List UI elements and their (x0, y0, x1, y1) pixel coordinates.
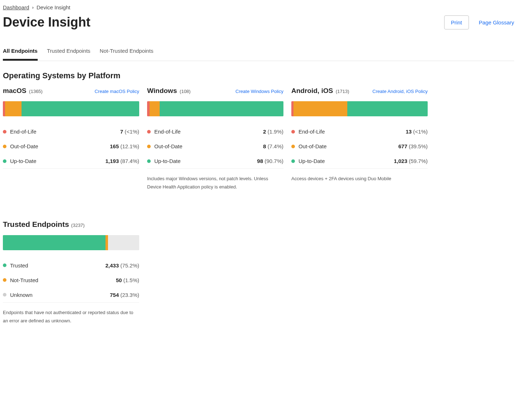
tab-all-endpoints[interactable]: All Endpoints (3, 44, 38, 61)
os-windows-bar-seg-green (160, 101, 283, 116)
os-card-count: (108) (178, 89, 191, 94)
legend-label: Out-of-Date (147, 143, 182, 149)
legend-value: 165 (12.1%) (110, 143, 139, 149)
os-android-ios-bar-seg-orange (293, 101, 347, 116)
create-policy-link-macos[interactable]: Create macOS Policy (95, 89, 139, 94)
legend-label: Up-to-Date (3, 158, 36, 164)
legend-value: 8 (7.4%) (263, 143, 283, 149)
legend-label: Unknown (3, 292, 33, 298)
print-button[interactable]: Print (444, 15, 469, 29)
legend-value-pct: (39.5%) (407, 143, 428, 149)
trusted-legend-row: Trusted2,433 (75.2%) (3, 258, 139, 273)
trusted-endpoints-count: (3237) (71, 223, 85, 228)
legend-value-number: 677 (398, 143, 407, 149)
legend-label-text: End-of-Life (154, 129, 180, 135)
os-macos-legend-row: Up-to-Date1,193 (87.4%) (3, 154, 139, 168)
os-android-ios-legend-row: End-of-Life13 (<1%) (291, 124, 428, 139)
legend-label: End-of-Life (3, 129, 36, 135)
section-os-title: Operating Systems by Platform (3, 71, 514, 80)
tabs: All Endpoints Trusted Endpoints Not-Trus… (3, 44, 514, 61)
os-card-windows: Windows (108)Create Windows PolicyEnd-of… (147, 87, 283, 191)
trusted-bar-seg-orange (105, 235, 108, 250)
trusted-note: Endpoints that have not authenticated or… (3, 308, 139, 325)
legend-value-number: 2,433 (105, 262, 119, 269)
page-header: Device Insight Print Page Glossary (3, 15, 514, 30)
trusted-legend-row: Unknown754 (23.3%) (3, 288, 139, 302)
legend-label-text: Out-of-Date (299, 143, 326, 149)
legend-dot-icon (3, 159, 6, 163)
legend-dot-icon (291, 130, 295, 134)
tab-not-trusted-endpoints[interactable]: Not-Trusted Endpoints (100, 44, 154, 61)
os-macos-bar-seg-orange (5, 101, 22, 116)
legend-label-text: Trusted (10, 262, 28, 269)
legend-label: End-of-Life (291, 129, 325, 135)
legend-dot-icon (147, 159, 151, 163)
legend-label-text: Out-of-Date (154, 143, 182, 149)
create-policy-link-android-ios[interactable]: Create Android, iOS Policy (372, 89, 428, 94)
os-card-title: macOS (3, 87, 26, 94)
os-card-title-wrap: Android, iOS (1713) (291, 87, 349, 95)
trusted-endpoints-section: Trusted Endpoints (3237) Trusted2,433 (7… (3, 220, 514, 325)
tab-trusted-endpoints[interactable]: Trusted Endpoints (47, 44, 90, 61)
legend-value: 1,023 (59.7%) (394, 158, 428, 164)
os-macos-legend-row: End-of-Life7 (<1%) (3, 124, 139, 139)
os-android-ios-legend-row: Up-to-Date1,023 (59.7%) (291, 154, 428, 168)
legend-label: Up-to-Date (147, 158, 180, 164)
os-windows-legend-row: Out-of-Date8 (7.4%) (147, 139, 283, 154)
os-cards-row: macOS (1365)Create macOS PolicyEnd-of-Li… (3, 87, 514, 191)
trusted-bar-seg-green (3, 235, 105, 250)
legend-dot-icon (147, 130, 151, 134)
legend-label-text: Out-of-Date (10, 143, 38, 149)
os-card-head: Android, iOS (1713)Create Android, iOS P… (291, 87, 428, 95)
legend-label: Not-Trusted (3, 277, 38, 283)
os-android-ios-legend: End-of-Life13 (<1%)Out-of-Date677 (39.5%… (291, 124, 428, 169)
os-macos-bar-seg-green (22, 101, 139, 116)
legend-dot-icon (3, 293, 6, 297)
os-macos-legend: End-of-Life7 (<1%)Out-of-Date165 (12.1%)… (3, 124, 139, 169)
os-card-android-ios: Android, iOS (1713)Create Android, iOS P… (291, 87, 428, 191)
legend-dot-icon (3, 130, 6, 134)
legend-value-pct: (87.4%) (119, 158, 139, 164)
os-macos-bar (3, 101, 139, 116)
legend-dot-icon (291, 159, 295, 163)
legend-value-pct: (1.5%) (122, 277, 139, 283)
trusted-bar-seg-grey (108, 235, 139, 250)
legend-value: 13 (<1%) (406, 129, 428, 135)
legend-dot-icon (147, 145, 151, 148)
legend-value-number: 165 (110, 143, 119, 149)
os-card-note: Includes major Windows versions, not pat… (147, 174, 283, 191)
legend-value: 677 (39.5%) (398, 143, 428, 149)
legend-label-text: End-of-Life (299, 129, 325, 135)
os-windows-bar-seg-red (147, 101, 150, 116)
legend-value: 7 (<1%) (120, 129, 139, 135)
page-title: Device Insight (3, 15, 90, 30)
legend-label-text: End-of-Life (10, 129, 36, 135)
breadcrumb-root[interactable]: Dashboard (3, 4, 29, 10)
legend-value-pct: (23.3%) (119, 292, 139, 298)
page-glossary-link[interactable]: Page Glossary (479, 19, 514, 25)
legend-label: Up-to-Date (291, 158, 325, 164)
os-android-ios-legend-row: Out-of-Date677 (39.5%) (291, 139, 428, 154)
create-policy-link-windows[interactable]: Create Windows Policy (235, 89, 283, 94)
legend-dot-icon (3, 145, 6, 148)
legend-value-pct: (<1%) (412, 129, 428, 135)
legend-dot-icon (3, 263, 6, 267)
legend-value-number: 1,193 (105, 158, 119, 164)
os-macos-legend-row: Out-of-Date165 (12.1%) (3, 139, 139, 154)
legend-value-number: 1,023 (394, 158, 408, 164)
chevron-right-icon: › (32, 5, 33, 10)
os-windows-bar (147, 101, 283, 116)
legend-label: End-of-Life (147, 129, 180, 135)
legend-value-pct: (90.7%) (263, 158, 283, 164)
legend-value-pct: (7.4%) (266, 143, 283, 149)
legend-label-text: Unknown (10, 292, 33, 298)
legend-value-pct: (<1%) (123, 129, 139, 135)
os-card-macos: macOS (1365)Create macOS PolicyEnd-of-Li… (3, 87, 139, 191)
os-windows-legend-row: Up-to-Date98 (90.7%) (147, 154, 283, 168)
legend-label: Trusted (3, 262, 28, 269)
os-card-count: (1365) (28, 89, 42, 94)
legend-dot-icon (3, 278, 6, 282)
os-card-count: (1713) (334, 89, 349, 94)
legend-value-number: 754 (110, 292, 119, 298)
legend-value: 1,193 (87.4%) (105, 158, 139, 164)
